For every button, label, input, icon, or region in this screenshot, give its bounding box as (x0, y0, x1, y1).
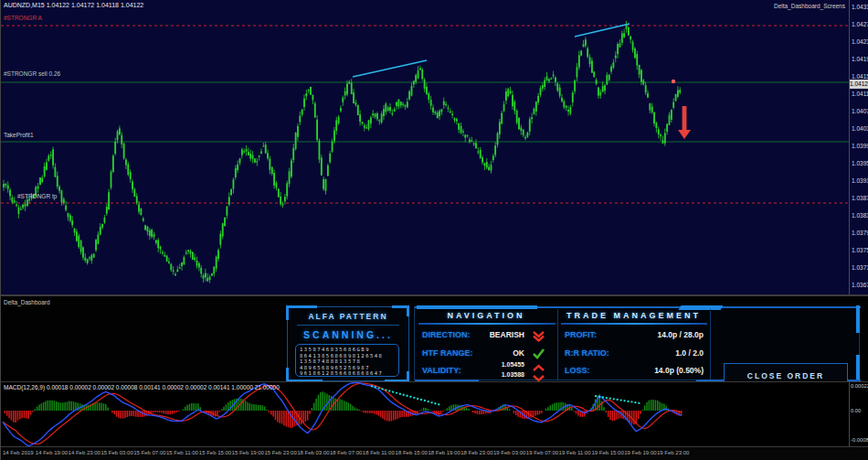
frame-decoration (417, 305, 537, 309)
price-tick: 1.03715 (852, 264, 868, 271)
time-tick: 18 Feb 15:00 (396, 450, 428, 455)
time-tick: 18 Feb 03:00 (297, 450, 329, 455)
price-tick: 1.03675 (852, 282, 868, 288)
price-tick: 1.04235 (852, 38, 868, 45)
price-tick: 1.04315 (852, 4, 868, 10)
profit-value: 14.0p / 28.0p (614, 330, 704, 339)
mt4-window: AUDNZD,M15 1.04122 1.04172 1.04118 1.041… (0, 0, 868, 460)
price-tick: 1.03915 (852, 177, 868, 184)
matrix-line: 1358746835686GB9 (300, 347, 395, 353)
divider (297, 325, 399, 326)
loss-value: 14.0p (0.50%) (614, 366, 704, 375)
price-tick: 1.03835 (852, 212, 868, 219)
price-tick: 1.04075 (852, 108, 868, 114)
validity-upper-value: 1.05455 (470, 361, 524, 368)
price-tick: 1.03755 (852, 247, 868, 253)
chart-object-label: #STRONGR sell 0.26 (4, 70, 60, 77)
panel-divider (710, 309, 711, 380)
time-tick: 19 Feb 03:00 (493, 450, 525, 455)
rr-ratio-value: 1.0 / 2.0 (614, 348, 704, 358)
time-tick: 15 Feb 03:00 (101, 450, 132, 455)
time-tick: 19 Feb 11:00 (559, 450, 591, 455)
price-tick: 1.03795 (852, 230, 868, 236)
time-tick: 15 Feb 23:00 (264, 450, 296, 455)
dashboard-pane-label: Delta_Dashboard (4, 299, 50, 305)
frame-decoration (561, 323, 707, 325)
price-tick: 1.04275 (852, 21, 868, 27)
time-tick: 15 Feb 07:00 (133, 450, 165, 455)
price-tick: 1.03955 (852, 160, 868, 166)
price-tick: 1.04195 (852, 56, 868, 62)
matrix-line: 13587488813578 (300, 358, 395, 365)
price-tick: 1.04115 (852, 91, 868, 97)
navigation-title: NAVIGATION (415, 311, 557, 320)
price-tick: 1.04035 (852, 125, 868, 132)
loss-label: LOSS: (565, 366, 590, 375)
time-tick: 19 Feb 23:00 (657, 450, 689, 455)
pattern-matrix: 1358746835686GB9864138568689812654813587… (295, 344, 399, 377)
main-chart-pane[interactable]: AUDNZD,M15 1.04122 1.04172 1.04118 1.041… (1, 0, 868, 294)
time-tick: 18 Feb 23:00 (460, 450, 492, 455)
macd-pane[interactable]: MACD(12,26,9) 0.00018 0.00002 0.00002 0.… (1, 381, 868, 446)
price-tick: 1.03875 (852, 195, 868, 201)
time-tick: 18 Feb 19:00 (428, 450, 460, 455)
macd-axis-mid: 0.00 (851, 408, 861, 413)
chart-object-label: #STRONGR tp (17, 193, 57, 199)
time-tick: 15 Feb 19:00 (232, 450, 264, 455)
time-tick: 18 Feb 11:00 (363, 450, 395, 455)
frame-decoration (286, 305, 289, 320)
time-tick: 15 Feb 15:00 (199, 450, 231, 455)
trade-management-title: TRADE MANAGEMENT (557, 311, 710, 320)
alfa-pattern-title: ALFA PATTERN (288, 312, 408, 321)
matrix-line: 4896568965256987 (300, 365, 395, 371)
chart-object-label: TakeProfit1 (4, 132, 34, 138)
htf-range-label: HTF RANGE: (422, 348, 473, 358)
macd-axis[interactable]: 0.00022 0.00 -0.00084 (849, 382, 868, 447)
time-tick: 14 Feb 2019 (3, 450, 34, 455)
macd-indicator-label: MACD(12,26,9) 0.00018 0.00002 0.00002 0.… (4, 384, 280, 390)
frame-decoration (286, 305, 317, 308)
frame-decoration (418, 323, 556, 325)
price-tick: 1.03995 (852, 143, 868, 149)
candlestick-chart[interactable] (1, 0, 850, 294)
macd-axis-top: 0.00022 (851, 383, 868, 389)
chart-object-label: #STRONGR A (4, 15, 42, 21)
chart-indicator-name: Delta_Dashboard_Screens (774, 3, 845, 9)
htf-range-value: OK (470, 348, 524, 358)
chevron-double-down-icon (532, 329, 545, 346)
time-tick: 19 Feb 15:00 (591, 450, 623, 455)
direction-value: BEARISH (470, 330, 524, 339)
matrix-line: 8641385686898126548 (300, 353, 395, 359)
price-axis[interactable]: 1.043151.042751.042351.041951.041551.041… (849, 0, 868, 294)
frame-decoration (407, 305, 409, 316)
frame-decoration (856, 305, 860, 333)
current-price-tag: 1.04122 (850, 80, 868, 89)
validity-lower-value: 1.03588 (470, 371, 524, 378)
time-tick: 18 Feb 07:00 (330, 450, 362, 455)
time-tick: 14 Feb 23:00 (69, 450, 101, 455)
navigation-trade-panel: NAVIGATION DIRECTION: BEARISH HTF RANGE:… (414, 306, 860, 380)
dashboard-pane: Delta_Dashboard ALFA PATTERN SCANNING...… (1, 294, 868, 381)
scanning-status: SCANNING... (288, 329, 408, 340)
price-tick: 1.04155 (852, 73, 868, 80)
time-axis[interactable]: 14 Feb 201914 Feb 19:0014 Feb 23:0015 Fe… (1, 446, 868, 460)
direction-label: DIRECTION: (422, 330, 471, 339)
profit-label: PROFIT: (565, 330, 597, 339)
matrix-line: 9618612856686868647 (300, 370, 395, 377)
time-tick: 19 Feb 07:00 (526, 450, 558, 455)
validity-label: VALIDITY: (422, 366, 461, 375)
symbol-ohlc-title: AUDNZD,M15 1.04122 1.04172 1.04118 1.041… (4, 2, 143, 8)
time-tick: 15 Feb 11:00 (166, 450, 198, 455)
alfa-pattern-panel: ALFA PATTERN SCANNING... 1358746835686GB… (287, 306, 409, 381)
macd-chart[interactable] (1, 382, 850, 446)
time-tick: 19 Feb 19:00 (624, 450, 656, 455)
rr-ratio-label: R:R RATIO: (565, 348, 609, 358)
frame-decoration (679, 305, 724, 310)
frame-decoration (856, 355, 860, 380)
macd-axis-bottom: -0.00084 (851, 437, 868, 443)
time-tick: 14 Feb 19:00 (36, 450, 68, 455)
